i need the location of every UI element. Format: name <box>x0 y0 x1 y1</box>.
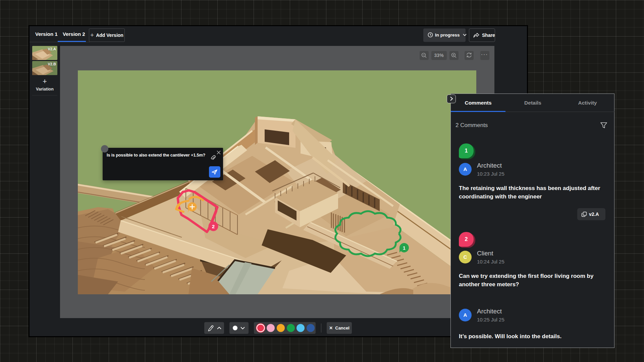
svg-text:2: 2 <box>212 224 215 229</box>
svg-text:1: 1 <box>403 245 406 251</box>
